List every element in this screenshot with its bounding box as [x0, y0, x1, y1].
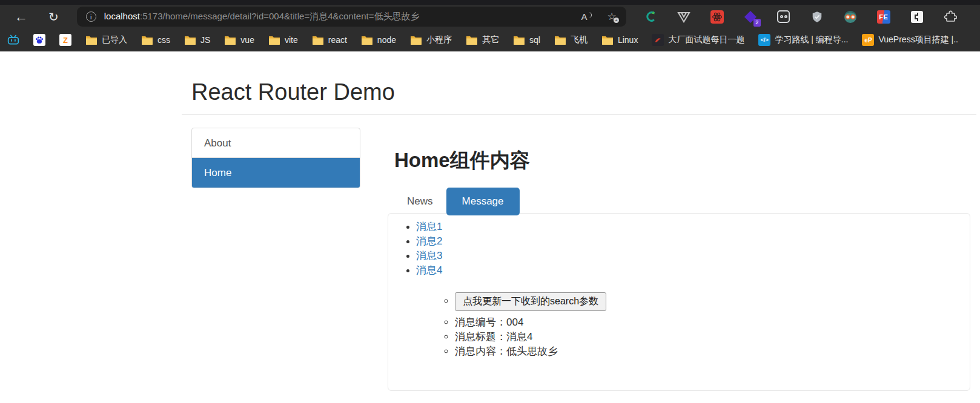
- baidu-icon: [33, 34, 45, 46]
- bookmark-folder-react[interactable]: react: [312, 34, 347, 46]
- message-panel: 消息1 消息2 消息3 消息4 点我更新一下收到的search参数 消息编号：0…: [388, 213, 970, 391]
- message-list: 消息1 消息2 消息3 消息4: [388, 220, 970, 278]
- goggles-face-extension-icon[interactable]: [843, 10, 858, 24]
- folder-icon: [513, 34, 525, 46]
- field-label: 消息内容：: [455, 346, 506, 357]
- field-label: 消息编号：: [455, 316, 506, 328]
- detail-field-content: 消息内容：低头思故乡: [455, 344, 970, 359]
- field-value: 低头思故乡: [506, 346, 558, 357]
- z-logo-icon: Z: [59, 34, 71, 46]
- message-link-4[interactable]: 消息4: [416, 264, 442, 276]
- bookmark-folder-node[interactable]: node: [361, 34, 396, 46]
- folder-icon: [466, 34, 478, 46]
- folder-icon: [141, 34, 153, 46]
- bookmark-folder-other[interactable]: 其它: [466, 34, 499, 46]
- message-link-1[interactable]: 消息1: [416, 221, 442, 232]
- sidebar-item-about[interactable]: About: [192, 128, 360, 158]
- page-title: React Router Demo: [191, 51, 976, 105]
- list-item: 消息3: [416, 249, 970, 263]
- folder-icon: [554, 34, 566, 46]
- url-path: :5173/home/message/detail?id=004&title=消…: [140, 11, 420, 21]
- list-item: 消息1: [416, 220, 970, 234]
- message-link-3[interactable]: 消息3: [416, 250, 442, 261]
- browser-chrome: ← ↻ i localhost:5173/home/message/detail…: [0, 0, 980, 51]
- vuepress-icon: eP: [862, 34, 874, 46]
- folder-icon: [85, 34, 98, 46]
- folder-icon: [268, 34, 280, 46]
- field-value: 消息4: [506, 331, 532, 342]
- title-divider: [182, 114, 976, 115]
- bookmark-folder-vue[interactable]: vue: [224, 34, 254, 46]
- list-item: 点我更新一下收到的search参数: [455, 292, 970, 311]
- bookmark-folder-imported[interactable]: 已导入: [85, 34, 127, 46]
- folder-icon: [184, 34, 196, 46]
- address-bar[interactable]: i localhost:5173/home/message/detail?id=…: [77, 7, 626, 27]
- bookmark-interview-questions[interactable]: 大厂面试题每日一题: [652, 34, 744, 46]
- message-tabs: News Message: [395, 187, 970, 215]
- folder-icon: [312, 34, 324, 46]
- purple-cube-extension-icon[interactable]: 2: [743, 10, 758, 24]
- extensions-row: 2 FE: [643, 10, 958, 24]
- tab-message[interactable]: Message: [446, 188, 520, 215]
- back-button[interactable]: ←: [11, 10, 31, 24]
- bookmark-folder-linux[interactable]: Linux: [601, 34, 638, 46]
- detail-field-title: 消息标题：消息4: [455, 330, 970, 344]
- detail-field-id: 消息编号：004: [455, 315, 970, 330]
- message-detail: 点我更新一下收到的search参数 消息编号：004 消息标题：消息4 消息内容…: [388, 292, 970, 359]
- site-info-icon[interactable]: i: [86, 11, 96, 22]
- shield-extension-icon[interactable]: [810, 10, 824, 24]
- list-item: 消息2: [416, 234, 970, 249]
- field-value: 004: [506, 316, 523, 328]
- bookmark-folder-css[interactable]: css: [141, 34, 170, 46]
- add-favorite-icon[interactable]: ☆+: [608, 11, 617, 22]
- refresh-button[interactable]: ↻: [45, 11, 62, 23]
- bookmark-z-site[interactable]: Z: [59, 34, 71, 46]
- update-search-params-button[interactable]: 点我更新一下收到的search参数: [455, 292, 606, 311]
- fe-extension-icon[interactable]: FE: [876, 10, 891, 24]
- web-page: React Router Demo About Home Home组件内容 Ne…: [0, 51, 980, 403]
- folder-icon: [361, 34, 373, 46]
- split-screen-extension-icon[interactable]: [910, 10, 924, 24]
- undo-swirl-extension-icon[interactable]: [643, 10, 658, 24]
- folder-icon: [601, 34, 614, 46]
- extension-badge: 2: [753, 19, 761, 27]
- field-label: 消息标题：: [455, 331, 506, 342]
- tampermonkey-icon[interactable]: [776, 10, 791, 24]
- message-link-2[interactable]: 消息2: [416, 235, 442, 247]
- react-devtools-icon[interactable]: [710, 10, 724, 24]
- bookmark-folder-miniprogram[interactable]: 小程序: [410, 34, 452, 46]
- bookmark-vuepress[interactable]: eP VuePress项目搭建 |..: [862, 34, 958, 46]
- bird-site-icon: [652, 34, 664, 46]
- bookmark-folder-plane[interactable]: 飞机: [554, 34, 588, 46]
- url-host: localhost: [104, 11, 140, 21]
- bookmark-folder-js[interactable]: JS: [184, 34, 210, 46]
- read-aloud-icon[interactable]: A: [581, 11, 592, 22]
- bookmarks-bar: Z 已导入 css JS vue vite react nod: [0, 28, 980, 51]
- code-site-icon: </>: [758, 34, 770, 46]
- tab-news[interactable]: News: [395, 189, 445, 214]
- bilibili-icon: [7, 34, 19, 46]
- sidebar-nav: About Home: [191, 128, 360, 391]
- list-item: 消息4: [416, 263, 970, 278]
- bookmark-baidu[interactable]: [33, 34, 45, 46]
- puzzle-extensions-menu-icon[interactable]: [943, 10, 958, 24]
- triangle-extension-icon[interactable]: [677, 10, 691, 24]
- tab-strip: [0, 0, 980, 5]
- bookmark-folder-vite[interactable]: vite: [268, 34, 298, 46]
- bookmark-learning-path[interactable]: </> 学习路线 | 编程导...: [758, 34, 848, 46]
- sidebar-item-home[interactable]: Home: [192, 158, 360, 188]
- browser-toolbar: ← ↻ i localhost:5173/home/message/detail…: [0, 5, 980, 28]
- folder-icon: [410, 34, 422, 46]
- bookmark-bilibili[interactable]: [7, 34, 19, 46]
- home-heading: Home组件内容: [394, 147, 970, 174]
- url-text[interactable]: localhost:5173/home/message/detail?id=00…: [104, 11, 581, 22]
- folder-icon: [224, 34, 236, 46]
- home-component: Home组件内容 News Message 消息1 消息2 消息3 消息4 点我…: [388, 128, 970, 391]
- bookmark-folder-sql[interactable]: sql: [513, 34, 540, 46]
